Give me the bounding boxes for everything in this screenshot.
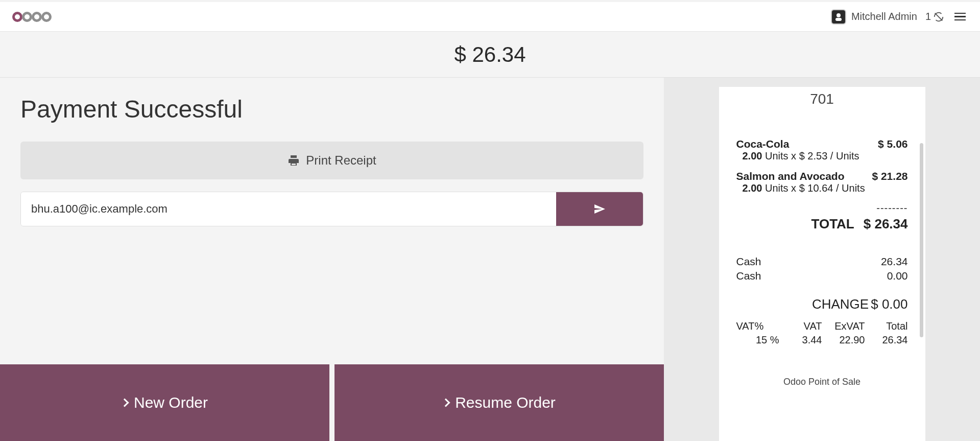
print-icon <box>288 154 300 167</box>
new-order-button[interactable]: New Order <box>0 364 329 441</box>
chevron-right-icon <box>442 399 450 407</box>
page-title: Payment Successful <box>20 95 643 123</box>
tax-h3: ExVAT <box>822 320 865 332</box>
change-label: CHANGE <box>812 296 869 312</box>
user-menu[interactable]: Mitchell Admin <box>831 9 917 25</box>
new-order-label: New Order <box>134 394 208 411</box>
hamburger-menu-icon[interactable] <box>952 11 968 23</box>
line-item: Salmon and Avocado $ 21.28 2.00 Units x … <box>736 170 908 194</box>
sync-count: 1 <box>925 11 931 22</box>
item-price: $ 5.06 <box>878 138 907 150</box>
left-panel: Payment Successful Print Receipt New Ord… <box>0 78 664 441</box>
receipt-number: 701 <box>736 91 908 107</box>
user-name: Mitchell Admin <box>851 11 917 22</box>
total-label: TOTAL <box>811 216 854 232</box>
item-unit: Units x $ 10.64 / Units <box>765 182 865 194</box>
email-row <box>20 192 643 226</box>
change-value: $ 0.00 <box>871 296 907 312</box>
tax-h1: VAT% <box>736 320 779 332</box>
item-qty: 2.00 <box>743 150 762 161</box>
total-value: $ 26.34 <box>864 216 908 232</box>
item-price: $ 21.28 <box>872 170 907 182</box>
print-label: Print Receipt <box>306 153 376 168</box>
resume-order-label: Resume Order <box>455 394 556 411</box>
item-qty: 2.00 <box>743 182 762 194</box>
separator: -------- <box>736 202 908 214</box>
odoo-logo[interactable] <box>12 12 51 22</box>
send-icon <box>593 203 606 215</box>
item-name: Salmon and Avocado <box>736 170 845 182</box>
top-bar: Mitchell Admin 1 <box>0 0 980 32</box>
avatar <box>831 9 846 25</box>
scrollbar[interactable] <box>920 143 923 337</box>
email-input[interactable] <box>21 192 556 226</box>
payment-value: 26.34 <box>881 256 908 268</box>
svg-rect-1 <box>835 18 842 21</box>
tax-v3: 22.90 <box>822 334 865 346</box>
receipt-footer: Odoo Point of Sale <box>736 377 908 387</box>
tax-h2: VAT <box>779 320 822 332</box>
svg-point-0 <box>836 13 841 17</box>
resume-order-button[interactable]: Resume Order <box>334 364 664 441</box>
payment-value: 0.00 <box>887 270 908 282</box>
payment-method: Cash <box>736 256 761 268</box>
tax-table: VAT% VAT ExVAT Total 15 % 3.44 22.90 26.… <box>736 320 908 346</box>
item-unit: Units x $ 2.53 / Units <box>765 150 859 161</box>
send-email-button[interactable] <box>556 192 643 226</box>
print-receipt-button[interactable]: Print Receipt <box>20 142 643 179</box>
payment-row: Cash 0.00 <box>736 270 908 282</box>
item-name: Coca-Cola <box>736 138 790 150</box>
payment-row: Cash 26.34 <box>736 256 908 268</box>
sync-off-icon <box>933 11 944 22</box>
receipt-panel: 701 Coca-Cola $ 5.06 2.00 Units x $ 2.53… <box>664 78 980 441</box>
chevron-right-icon <box>120 399 129 407</box>
payment-method: Cash <box>736 270 761 282</box>
amount-total: $ 26.34 <box>0 32 980 78</box>
line-item: Coca-Cola $ 5.06 2.00 Units x $ 2.53 / U… <box>736 138 908 162</box>
tax-v4: 26.34 <box>865 334 908 346</box>
tax-v1: 15 % <box>736 334 779 346</box>
sync-status[interactable]: 1 <box>925 11 944 22</box>
tax-h4: Total <box>865 320 908 332</box>
tax-v2: 3.44 <box>779 334 822 346</box>
receipt: 701 Coca-Cola $ 5.06 2.00 Units x $ 2.53… <box>719 87 925 441</box>
